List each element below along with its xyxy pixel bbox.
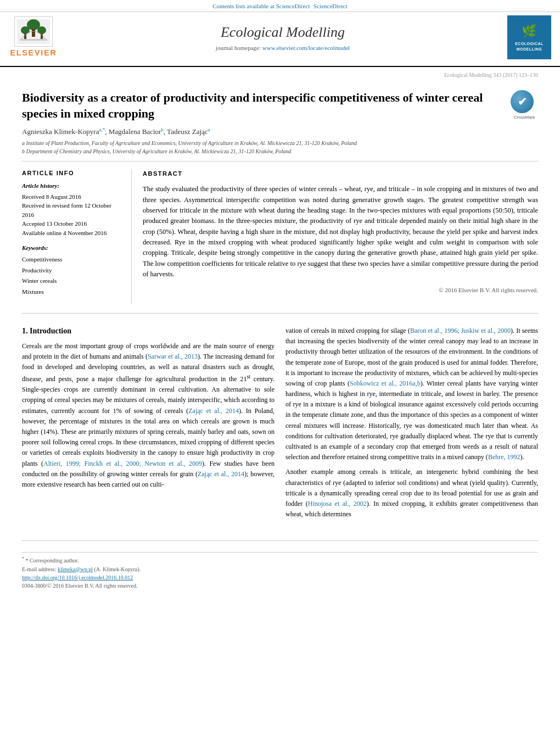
- eco-modelling-badge: 🌿 ECOLOGICAL MODELLING: [507, 15, 551, 59]
- journal-title-center: Ecological Modelling journal homepage: w…: [58, 23, 507, 53]
- ref-behre[interactable]: Behre, 1992: [488, 453, 520, 461]
- article-container: Ecological Modelling 343 (2017) 123–130 …: [0, 71, 560, 589]
- badge-line2: MODELLING: [517, 47, 542, 52]
- sciencedirect-link[interactable]: ScienceDirect: [313, 3, 348, 9]
- crossmark-widget[interactable]: ✔ CrossMark: [511, 90, 538, 120]
- ref-baron[interactable]: Baron et al., 1996; Juskiw et al., 2000: [410, 327, 511, 334]
- keywords-label: Keywords:: [22, 244, 124, 252]
- ref-hinojosa[interactable]: Hinojosa et al., 2002: [308, 500, 367, 507]
- ref-zajac2014b[interactable]: Zając et al., 2014: [198, 470, 244, 478]
- ref-altieri[interactable]: Altieri, 1999; Finckh et al., 2000;: [43, 460, 141, 467]
- journal-middle-row: ELSEVIER Ecological Modelling journal ho…: [0, 12, 560, 63]
- article-info-abstract-row: ARTICLE INFO Article history: Received 8…: [22, 161, 538, 304]
- intro-paragraph-right-2: Another example among cereals is tritica…: [285, 467, 538, 520]
- accepted-date: Accepted 13 October 2016: [22, 219, 124, 228]
- ref-newton[interactable]: Newton et al., 2009: [144, 460, 202, 467]
- received-date: Received 8 August 2016: [22, 192, 124, 202]
- authors-line: Agnieszka Klimek-Kopyraa,*, Magdalena Ba…: [22, 126, 538, 137]
- keyword-competitiveness: Competitiveness: [22, 254, 124, 265]
- article-title-section: Biodiversity as a creator of productivit…: [22, 90, 538, 121]
- elsevier-wordmark: ELSEVIER: [10, 48, 57, 59]
- article-history-section: Article history: Received 8 August 2016 …: [22, 182, 124, 237]
- revised-date: Received in revised form 12 October 2016: [22, 201, 124, 219]
- homepage-label: journal homepage:: [216, 44, 261, 51]
- keyword-mixtures: Mixtures: [22, 287, 124, 298]
- section1-title: Introduction: [30, 327, 71, 335]
- journal-title: Ecological Modelling: [58, 23, 507, 42]
- right-column: vation of cereals in mixed cropping for …: [285, 326, 538, 524]
- affil-sup-a2: a: [208, 127, 210, 132]
- corresponding-sup-footer: *: [22, 556, 24, 561]
- badge-line1: ECOLOGICAL: [515, 41, 544, 47]
- section-divider-1: [22, 313, 538, 314]
- ref-sobkowicz[interactable]: Sobkowicz et al., 2016a,b: [350, 380, 421, 387]
- abstract-text: The study evaluated the productivity of …: [143, 184, 538, 280]
- footer-divider: [22, 540, 538, 541]
- affiliations: a Institute of Plant Production, Faculty…: [22, 139, 538, 155]
- affil-sup-b: b: [161, 127, 164, 132]
- contents-available-text: Contents lists available at ScienceDirec…: [212, 3, 310, 9]
- keyword-productivity: Productivity: [22, 265, 124, 276]
- keywords-section: Keywords: Competitiveness Productivity W…: [22, 244, 124, 298]
- affiliation-b: b Department of Chemistry and Physics, U…: [22, 147, 538, 155]
- elsevier-logo: ELSEVIER: [9, 16, 58, 59]
- article-info-panel: ARTICLE INFO Article history: Received 8…: [22, 169, 132, 304]
- main-content-columns: 1. Introduction Cereals are the most imp…: [22, 322, 538, 524]
- page-footer: * * Corresponding author. E-mail address…: [22, 552, 538, 589]
- keyword-winter-cereals: Winter cereals: [22, 276, 124, 287]
- history-label: Article history:: [22, 182, 124, 190]
- crossmark-circle: ✔: [511, 90, 534, 113]
- article-info-heading: ARTICLE INFO: [22, 169, 124, 177]
- email-note: E-mail address: klimeka@wp.pl (A. Klimek…: [22, 565, 538, 573]
- corresponding-label: * Corresponding author.: [26, 558, 79, 564]
- abstract-copyright: © 2016 Elsevier B.V. All rights reserved…: [143, 286, 538, 295]
- journal-header: Contents lists available at ScienceDirec…: [0, 0, 560, 67]
- intro-paragraph-1: Cereals are the most important group of …: [22, 341, 275, 490]
- affiliation-a: a Institute of Plant Production, Faculty…: [22, 139, 538, 147]
- section1-heading: 1. Introduction: [22, 326, 275, 337]
- keywords-list: Competitiveness Productivity Winter cere…: [22, 254, 124, 298]
- top-bar: Contents lists available at ScienceDirec…: [0, 0, 560, 12]
- journal-homepage: journal homepage: www.elsevier.com/locat…: [58, 44, 507, 52]
- article-doi-line: Ecological Modelling 343 (2017) 123–130: [22, 71, 538, 79]
- footer-copyright: 0304-3800/© 2016 Elsevier B.V. All right…: [22, 582, 538, 590]
- svg-rect-2: [32, 29, 35, 37]
- online-date: Available online 4 November 2016: [22, 228, 124, 238]
- abstract-panel: ABSTRACT The study evaluated the product…: [143, 169, 538, 304]
- ref-sarwar[interactable]: Sarwar et al., 2013: [148, 353, 198, 360]
- elsevier-svg-logo: [17, 19, 50, 44]
- email-person: (A. Klimek-Kopyra).: [94, 566, 141, 572]
- abstract-heading: ABSTRACT: [143, 169, 538, 178]
- ref-zajac2014a[interactable]: Zając et al., 2014: [188, 407, 239, 415]
- left-column: 1. Introduction Cereals are the most imp…: [22, 326, 275, 524]
- author-klimek: Agnieszka Klimek-Kopyra: [22, 127, 99, 136]
- email-link[interactable]: klimeka@wp.pl: [58, 566, 93, 572]
- crossmark-label: CrossMark: [511, 114, 538, 120]
- author-bacior: Magdalena Bacior: [109, 127, 161, 136]
- doi-link[interactable]: http://dx.doi.org/10.1016/j.ecolmodel.20…: [22, 574, 133, 581]
- corresponding-note: * * Corresponding author.: [22, 556, 538, 565]
- homepage-url[interactable]: www.elsevier.com/locate/ecolmodel: [262, 44, 350, 51]
- badge-globe-icon: 🌿: [522, 23, 537, 40]
- author-zajac: Tadeusz Zając: [167, 127, 208, 136]
- section1-number: 1.: [22, 327, 28, 335]
- intro-paragraph-right-1: vation of cereals in mixed cropping for …: [285, 326, 538, 462]
- elsevier-logo-box: [14, 16, 53, 47]
- footer-doi: http://dx.doi.org/10.1016/j.ecolmodel.20…: [22, 573, 538, 582]
- corresponding-sup: *: [103, 127, 105, 132]
- svg-rect-7: [20, 39, 47, 41]
- email-label: E-mail address:: [22, 566, 56, 572]
- article-main-title: Biodiversity as a creator of productivit…: [22, 90, 505, 121]
